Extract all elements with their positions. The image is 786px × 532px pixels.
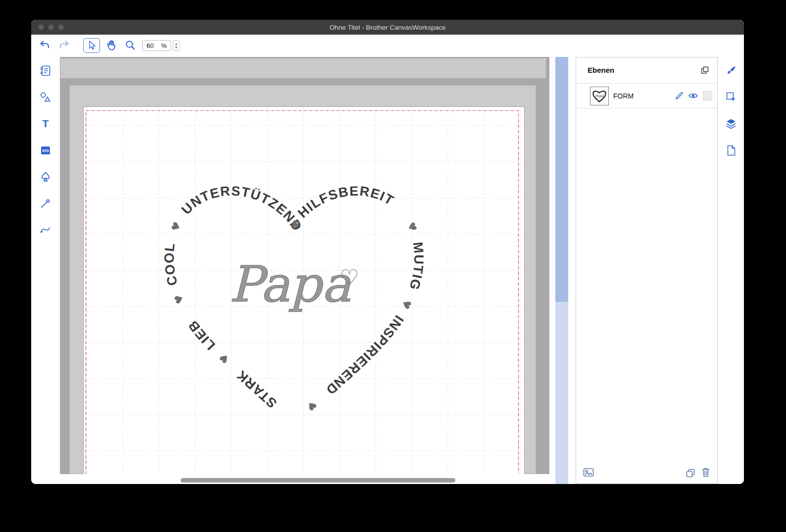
layers-panel: Ebenen Papa FORM	[576, 57, 718, 484]
thumbnail-text: Papa	[595, 94, 604, 98]
mat-top-edge	[60, 58, 546, 78]
page-panel-button[interactable]	[725, 145, 737, 156]
svg-text:SVG: SVG	[42, 149, 49, 152]
import-image-button[interactable]	[583, 467, 594, 479]
zoom-tool-button[interactable]	[125, 40, 137, 51]
clipart-button[interactable]	[39, 171, 52, 184]
overlap-squares-icon	[702, 67, 708, 74]
layer-visibility-button[interactable]	[688, 92, 698, 100]
word-stark: STARK	[234, 367, 280, 411]
eye-icon	[689, 94, 697, 98]
stepper-down-icon[interactable]: ▼	[175, 46, 178, 49]
transform-icon	[727, 93, 736, 102]
line-tool-button[interactable]	[39, 197, 52, 210]
layer-name: FORM	[613, 92, 634, 100]
svg-icon: SVG	[41, 146, 50, 154]
word-cool: COOL	[162, 242, 180, 287]
svg-text:♥: ♥	[399, 297, 414, 311]
edit-layer-button[interactable]	[674, 91, 684, 100]
word-mutig: MUTIG	[406, 242, 426, 292]
layers-panel-footer	[576, 466, 717, 481]
titlebar[interactable]: Ohne Titel - Brother CanvasWorkspace	[31, 20, 744, 35]
svg-text:LIEB: LIEB	[185, 317, 218, 353]
left-toolbar: T SVG	[31, 57, 60, 484]
shapes-tool-button[interactable]	[39, 91, 52, 104]
svg-text:HILFSBEREIT: HILFSBEREIT	[295, 184, 396, 221]
zoom-value: 60	[147, 42, 153, 49]
word-inspirierend: INSPIRIEREND	[323, 313, 406, 398]
svg-text:♥: ♥	[217, 351, 232, 366]
vertical-scrollbar-thumb[interactable]	[555, 57, 568, 302]
svg-text:INSPIRIEREND: INSPIRIEREND	[323, 313, 406, 398]
pan-tool-button[interactable]	[105, 39, 118, 52]
close-button[interactable]	[38, 24, 44, 30]
stepper-up-icon[interactable]: ▲	[175, 42, 178, 46]
canvas-area[interactable]: STARK ♥ LIEB ♥ COOL ♥ UNTERSTÜTZEND ♥ HI…	[60, 57, 549, 474]
curve-tool-button[interactable]	[39, 223, 52, 236]
text-tool-button[interactable]: T	[39, 117, 52, 130]
text-tool-icon: T	[43, 118, 49, 129]
pattern-library-button[interactable]	[39, 64, 52, 77]
panel-options-button[interactable]	[700, 66, 709, 75]
svg-text:COOL: COOL	[162, 242, 180, 287]
draw-fill-panel-button[interactable]	[725, 65, 737, 77]
layer-thumbnail[interactable]: Papa	[590, 87, 609, 105]
trash-icon	[702, 469, 709, 477]
svg-text:STARK: STARK	[234, 367, 280, 411]
layer-row-icons	[674, 91, 712, 100]
main-area: T SVG	[31, 57, 744, 484]
heart-separator: ♥	[304, 398, 319, 413]
minimize-button[interactable]	[48, 24, 54, 30]
heart-separator: ♥	[217, 351, 232, 366]
artboard[interactable]: STARK ♥ LIEB ♥ COOL ♥ UNTERSTÜTZEND ♥ HI…	[83, 106, 525, 474]
line-tool-icon	[42, 200, 49, 208]
right-toolbar	[718, 57, 744, 484]
word-lieb: LIEB	[185, 317, 218, 353]
word-unterstuetzend: UNTERSTÜTZEND	[179, 184, 305, 234]
svg-text:♥: ♥	[404, 220, 419, 234]
vertical-scrollbar[interactable]	[555, 57, 568, 484]
hand-icon	[107, 41, 115, 50]
maximize-button[interactable]	[58, 24, 64, 30]
scrollbar-gap	[549, 57, 576, 484]
layers-panel-button[interactable]	[725, 118, 737, 130]
cursor-icon	[87, 40, 97, 51]
svg-import-button[interactable]: SVG	[39, 144, 52, 157]
svg-text:UNTERSTÜTZEND: UNTERSTÜTZEND	[179, 184, 305, 234]
zoom-level-input[interactable]: 60 %	[142, 40, 171, 51]
redo-icon	[60, 42, 68, 48]
photo-icon	[584, 469, 593, 476]
document-icon	[728, 146, 735, 155]
pen-icon	[676, 93, 683, 99]
window-controls	[38, 24, 64, 30]
redo-button[interactable]	[59, 40, 70, 49]
notebook-icon	[41, 66, 50, 76]
center-text: Papa	[229, 255, 351, 313]
horizontal-scrollbar[interactable]	[181, 478, 455, 483]
center-heart-icon: ♡	[340, 265, 359, 290]
zoom-stepper[interactable]: ▲ ▼	[173, 40, 180, 51]
delete-layer-button[interactable]	[700, 467, 711, 478]
duplicate-icon	[687, 470, 694, 477]
bottom-strip	[60, 474, 549, 484]
heart-separator: ♥	[399, 297, 414, 311]
layer-row[interactable]: Papa FORM	[576, 84, 717, 108]
heart-separator: ♥	[172, 292, 187, 306]
spade-icon	[42, 172, 49, 181]
layers-panel-header: Ebenen	[576, 57, 717, 84]
curve-tool-icon	[41, 228, 50, 233]
heart-separator: ♥	[404, 220, 419, 234]
layer-color-chip[interactable]	[703, 91, 712, 100]
svg-text:MUTIG: MUTIG	[406, 242, 426, 292]
svg-text:♥: ♥	[172, 292, 187, 306]
app-window: Ohne Titel - Brother CanvasWorkspace	[31, 20, 744, 484]
layers-icon	[727, 119, 736, 129]
select-transform-panel-button[interactable]	[725, 91, 737, 103]
duplicate-layer-button[interactable]	[686, 468, 695, 478]
magnifier-icon	[126, 41, 134, 49]
artboard-svg: STARK ♥ LIEB ♥ COOL ♥ UNTERSTÜTZEND ♥ HI…	[84, 107, 524, 474]
select-tool-button[interactable]	[83, 38, 100, 53]
undo-button[interactable]	[39, 40, 50, 49]
word-hilfsbereit: HILFSBEREIT	[295, 184, 396, 221]
svg-text:♥: ♥	[304, 398, 319, 413]
